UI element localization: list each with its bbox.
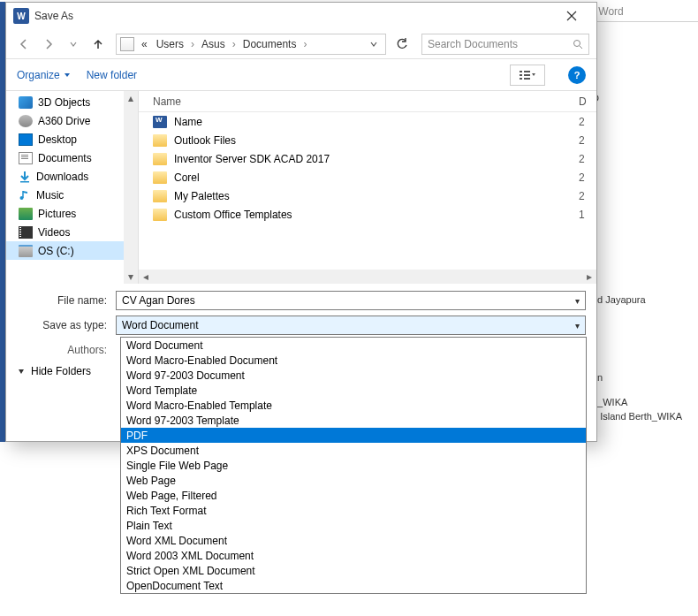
- filetype-option-strict-open-xml-document[interactable]: Strict Open XML Document: [121, 563, 586, 578]
- filetype-option-plain-text[interactable]: Plain Text: [121, 518, 586, 533]
- filetype-option-web-page[interactable]: Web Page: [121, 473, 586, 488]
- breadcrumb-prefix[interactable]: «: [138, 36, 151, 52]
- filetype-option-word-template[interactable]: Word Template: [121, 383, 586, 398]
- folder-location-icon: [120, 37, 134, 51]
- forward-button[interactable]: [38, 34, 59, 55]
- file-row[interactable]: My Palettes2: [139, 186, 596, 205]
- up-button[interactable]: [87, 34, 109, 55]
- new-folder-button[interactable]: New folder: [87, 69, 137, 81]
- scroll-left-button[interactable]: ◂: [139, 270, 153, 283]
- refresh-button[interactable]: [391, 34, 413, 55]
- recent-dropdown-button[interactable]: [63, 34, 84, 55]
- close-button[interactable]: [554, 4, 589, 28]
- file-row[interactable]: Name2: [139, 112, 596, 131]
- fields: File name: ▾ Save as type: Word Document…: [6, 284, 596, 335]
- breadcrumb-sep: ›: [189, 38, 196, 50]
- organize-button[interactable]: Organize: [17, 69, 71, 81]
- filetype-option-word-macro-enabled-template[interactable]: Word Macro-Enabled Template: [121, 398, 586, 413]
- tree-item-os-c-[interactable]: OS (C:): [6, 241, 138, 260]
- tree-item-label: OS (C:): [38, 245, 74, 257]
- breadcrumb-sep: ›: [231, 38, 238, 50]
- filetype-option-word-2003-xml-document[interactable]: Word 2003 XML Document: [121, 548, 586, 563]
- address-history-button[interactable]: [366, 34, 382, 54]
- breadcrumb-sep: ›: [301, 38, 308, 50]
- authors-label: Authors:: [17, 344, 116, 356]
- filetype-option-opendocument-text[interactable]: OpenDocument Text: [121, 578, 586, 593]
- word-app-icon: W: [13, 8, 29, 24]
- filename-field[interactable]: ▾: [116, 291, 586, 310]
- tree-item-music[interactable]: Music: [6, 186, 138, 204]
- filetype-option-word-xml-document[interactable]: Word XML Document: [121, 533, 586, 548]
- tree-item-a360-drive[interactable]: A360 Drive: [6, 111, 138, 130]
- filetype-option-word-97-2003-document[interactable]: Word 97-2003 Document: [121, 368, 586, 383]
- column-name[interactable]: Name: [153, 95, 579, 108]
- refresh-icon: [396, 38, 408, 50]
- tree-item-label: Pictures: [38, 208, 76, 220]
- svg-point-0: [574, 40, 580, 46]
- scroll-down-button[interactable]: ▾: [124, 270, 138, 284]
- obj3d-icon: [19, 96, 33, 109]
- breadcrumb-asus[interactable]: Asus: [198, 36, 229, 52]
- filetype-option-word-document[interactable]: Word Document: [121, 338, 586, 353]
- breadcrumb-documents[interactable]: Documents: [239, 36, 300, 52]
- help-button[interactable]: ?: [568, 66, 586, 84]
- search-box[interactable]: [421, 34, 589, 55]
- file-name: Outlook Files: [174, 134, 579, 147]
- filetype-option-single-file-web-page[interactable]: Single File Web Page: [121, 458, 586, 473]
- saveastype-dropdown[interactable]: Word DocumentWord Macro-Enabled Document…: [120, 337, 587, 594]
- tree-item-videos[interactable]: Videos: [6, 223, 138, 241]
- column-date[interactable]: D: [579, 95, 596, 108]
- file-row[interactable]: Outlook Files2: [139, 131, 596, 149]
- scroll-up-button[interactable]: ▴: [124, 91, 138, 105]
- pics-icon: [19, 208, 33, 220]
- svg-rect-6: [524, 78, 530, 80]
- scroll-right-button[interactable]: ▸: [582, 270, 596, 283]
- filetype-option-word-macro-enabled-document[interactable]: Word Macro-Enabled Document: [121, 353, 586, 368]
- saveastype-combo[interactable]: Word Document ▾: [116, 316, 586, 335]
- search-input[interactable]: [428, 38, 573, 50]
- filename-input[interactable]: [122, 294, 575, 307]
- svg-point-8: [20, 196, 24, 200]
- file-list-hscrollbar[interactable]: ◂ ▸: [139, 270, 596, 284]
- file-row[interactable]: Custom Office Templates1: [139, 205, 596, 224]
- chevron-down-icon: [69, 40, 78, 49]
- saveastype-value: Word Document: [122, 319, 575, 331]
- file-list-header[interactable]: Name D: [139, 91, 596, 112]
- svg-rect-1: [520, 71, 522, 72]
- chevron-down-icon[interactable]: ▾: [575, 296, 580, 306]
- folder-icon: [153, 209, 167, 221]
- hide-folders-label: Hide Folders: [31, 365, 91, 377]
- tree-item-desktop[interactable]: Desktop: [6, 130, 138, 148]
- address-bar[interactable]: « Users › Asus › Documents ›: [116, 34, 386, 55]
- breadcrumb-users[interactable]: Users: [153, 36, 187, 52]
- chevron-down-icon: [369, 40, 378, 49]
- filetype-option-web-page-filtered[interactable]: Web Page, Filtered: [121, 488, 586, 503]
- tree-item-downloads[interactable]: Downloads: [6, 167, 138, 186]
- toolbar: Organize New folder ?: [6, 59, 596, 91]
- file-row[interactable]: Corel2: [139, 168, 596, 186]
- view-options-button[interactable]: [510, 65, 545, 86]
- svg-rect-2: [520, 74, 522, 76]
- saveastype-label: Save as type:: [17, 319, 116, 331]
- chevron-down-icon: ▾: [575, 321, 580, 331]
- tree-scrollbar[interactable]: ▴ ▾: [124, 91, 138, 284]
- file-date-fragment: 1: [579, 209, 596, 221]
- a360-icon: [19, 115, 33, 127]
- filetype-option-word-97-2003-template[interactable]: Word 97-2003 Template: [121, 413, 586, 428]
- filetype-option-xps-document[interactable]: XPS Document: [121, 443, 586, 458]
- tree-item-label: Desktop: [38, 133, 77, 146]
- drive-icon: [19, 245, 33, 257]
- tree-item-label: A360 Drive: [38, 115, 90, 127]
- tree-item-documents[interactable]: Documents: [6, 148, 138, 167]
- filetype-option-pdf[interactable]: PDF: [121, 428, 586, 443]
- file-name: Custom Office Templates: [174, 209, 579, 221]
- back-button[interactable]: [13, 34, 34, 55]
- filetype-option-rich-text-format[interactable]: Rich Text Format: [121, 503, 586, 518]
- file-row[interactable]: Inventor Server SDK ACAD 20172: [139, 149, 596, 168]
- tree-item-pictures[interactable]: Pictures: [6, 204, 138, 223]
- svg-rect-5: [524, 74, 530, 76]
- folder-icon: [153, 171, 167, 184]
- chevron-down-icon: [17, 367, 26, 376]
- tree-item-3d-objects[interactable]: 3D Objects: [6, 93, 138, 111]
- nav-tree: 3D ObjectsA360 DriveDesktopDocumentsDown…: [6, 91, 139, 284]
